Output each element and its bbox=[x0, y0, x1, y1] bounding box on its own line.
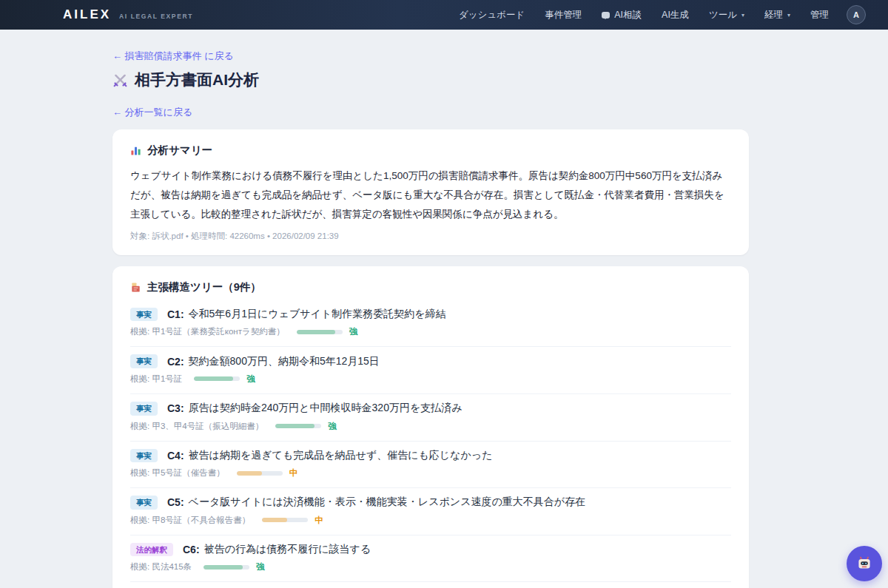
nav-item-label: AI相談 bbox=[614, 9, 642, 21]
tree-card-title-text: 主張構造ツリー（9件） bbox=[147, 280, 261, 294]
claim-evidence-text: 根拠: 甲1号証 bbox=[130, 374, 182, 385]
page-title: 相手方書面AI分析 bbox=[112, 70, 749, 90]
claim-list: 事実 C1: 令和5年6月1日にウェブサイト制作業務委託契約を締結 根拠: 甲1… bbox=[130, 300, 731, 588]
nav-menu: ダッシュボード 事件管理 AI相談 AI生成 bbox=[459, 9, 829, 21]
strength-label: 強 bbox=[256, 561, 265, 572]
claim-evidence-text: 根拠: 甲1号証（業務委託контラ契約書） bbox=[130, 326, 285, 337]
claim-text: 被告は納期を過ぎても完成品を納品せず、催告にも応じなかった bbox=[189, 449, 493, 462]
strength-bar-fill bbox=[275, 424, 314, 428]
strength-bar bbox=[194, 376, 240, 381]
summary-meta: 対象: 訴状.pdf • 処理時間: 42260ms • 2026/02/09 … bbox=[130, 231, 731, 242]
nav-item-label: 経理 bbox=[764, 9, 783, 21]
nav-item[interactable]: 事件管理 bbox=[545, 9, 582, 21]
nav-item[interactable]: ツール ▾ bbox=[709, 9, 744, 21]
claim-item: 法的解釈 C6: 被告の行為は債務不履行に該当する 根拠: 民法415条 強 bbox=[130, 535, 731, 582]
brand: AILEX AI LEGAL EXPERT bbox=[63, 7, 193, 22]
strength-bar-fill bbox=[204, 565, 243, 570]
page-title-text: 相手方書面AI分析 bbox=[135, 70, 259, 90]
claim-type-badge: 事実 bbox=[130, 496, 158, 510]
summary-card-title: 分析サマリー bbox=[130, 143, 731, 158]
strength-label: 強 bbox=[349, 326, 358, 337]
claim-item: 事実 C1: 令和5年6月1日にウェブサイト制作業務委託契約を締結 根拠: 甲1… bbox=[130, 300, 731, 347]
claim-item: 事実 C5: ベータ版サイトには決済機能・表示・機能実装・レスポンス速度の重大不… bbox=[130, 487, 731, 535]
nav-item-label: 管理 bbox=[810, 9, 829, 21]
brand-logo[interactable]: AILEX bbox=[63, 7, 111, 22]
chat-bubble-icon bbox=[602, 12, 610, 18]
claim-text: 被告の行為は債務不履行に該当する bbox=[204, 543, 371, 556]
claim-head: 法的解釈 C6: 被告の行為は債務不履行に該当する bbox=[130, 543, 731, 557]
claim-type-badge: 事実 bbox=[130, 402, 158, 416]
claim-text: 原告は契約時金240万円と中間検収時金320万円を支払済み bbox=[189, 402, 462, 415]
claim-id: C3: bbox=[167, 402, 184, 414]
brand-tagline: AI LEGAL EXPERT bbox=[119, 13, 193, 20]
claim-evidence-row: 根拠: 甲8号証（不具合報告書） 中 bbox=[130, 515, 731, 526]
nav-item[interactable]: 管理 bbox=[810, 9, 829, 21]
claim-id: C6: bbox=[183, 544, 200, 555]
claim-evidence-text: 根拠: 甲5号証（催告書） bbox=[130, 467, 225, 479]
claim-type-badge: 事実 bbox=[130, 308, 158, 322]
nav-item-label: 事件管理 bbox=[545, 9, 582, 21]
avatar[interactable]: A bbox=[847, 5, 866, 24]
strength-bar-fill bbox=[262, 518, 287, 522]
strength-bar bbox=[297, 330, 343, 334]
robot-icon bbox=[855, 554, 874, 573]
claim-id: C5: bbox=[167, 496, 184, 508]
claim-id: C4: bbox=[167, 450, 184, 462]
strength-bar-fill bbox=[237, 471, 262, 476]
claim-type-badge: 事実 bbox=[130, 354, 158, 368]
summary-text: ウェブサイト制作業務における債務不履行を理由とした1,500万円の損害賠償請求事… bbox=[130, 166, 731, 224]
claim-evidence-text: 根拠: 民法415条 bbox=[130, 561, 192, 572]
chat-fab-button[interactable] bbox=[847, 546, 882, 581]
claim-evidence-row: 根拠: 民法415条 強 bbox=[130, 561, 731, 572]
claim-text: 令和5年6月1日にウェブサイト制作業務委託契約を締結 bbox=[189, 308, 446, 321]
strength-bar bbox=[262, 518, 308, 522]
claim-head: 事実 C5: ベータ版サイトには決済機能・表示・機能実装・レスポンス速度の重大不… bbox=[130, 496, 731, 510]
strength-label: 中 bbox=[289, 467, 298, 479]
strength-bar bbox=[237, 471, 283, 476]
nav-item[interactable]: AI生成 bbox=[662, 9, 689, 21]
chevron-down-icon: ▾ bbox=[787, 12, 790, 18]
summary-card-title-text: 分析サマリー bbox=[147, 143, 212, 158]
claim-evidence-row: 根拠: 甲3、甲4号証（振込明細書） 強 bbox=[130, 421, 731, 432]
nav-item-label: ダッシュボード bbox=[459, 9, 525, 21]
top-navbar: AILEX AI LEGAL EXPERT ダッシュボード 事件管理 AI相談 bbox=[0, 0, 888, 30]
claim-evidence-row: 根拠: 甲1号証（業務委託контラ契約書） 強 bbox=[130, 326, 731, 337]
claim-id: C2: bbox=[167, 356, 184, 368]
bar-chart-icon bbox=[130, 145, 141, 156]
main-content: ← 損害賠償請求事件 に戻る 相手方書面AI分析 ← 分析一覧に戻る 分析サ bbox=[112, 30, 749, 588]
chevron-down-icon: ▾ bbox=[741, 12, 744, 18]
tree-card-title: 主張構造ツリー（9件） bbox=[130, 280, 731, 294]
claim-item: 事実 C4: 被告は納期を過ぎても完成品を納品せず、催告にも応じなかった 根拠:… bbox=[130, 441, 731, 488]
crossed-swords-icon bbox=[112, 72, 128, 88]
claim-evidence-row: 根拠: 甲1号証 強 bbox=[130, 374, 731, 385]
claim-head: 事実 C4: 被告は納期を過ぎても完成品を納品せず、催告にも応じなかった bbox=[130, 449, 731, 463]
nav-item-label: ツール bbox=[709, 9, 737, 21]
strength-bar-fill bbox=[194, 376, 233, 381]
strength-bar bbox=[275, 424, 321, 428]
back-to-case-link[interactable]: ← 損害賠償請求事件 に戻る bbox=[112, 50, 234, 63]
claim-evidence-text: 根拠: 甲3、甲4号証（振込明細書） bbox=[130, 421, 263, 432]
claim-item: 事実 C2: 契約金額800万円、納期令和5年12月15日 根拠: 甲1号証 強 bbox=[130, 346, 731, 393]
claim-type-badge: 法的解釈 bbox=[130, 543, 173, 557]
claim-item: 事実 C7: 既払金560万円の損害が発生 根拠: 甲3、甲4号証 強 bbox=[130, 581, 731, 588]
claim-id: C1: bbox=[167, 308, 184, 320]
nav-item[interactable]: ダッシュボード bbox=[459, 9, 525, 21]
claim-tree-icon bbox=[130, 282, 141, 293]
nav-item[interactable]: AI相談 bbox=[602, 9, 642, 21]
claim-head: 事実 C3: 原告は契約時金240万円と中間検収時金320万円を支払済み bbox=[130, 402, 731, 416]
strength-label: 強 bbox=[246, 374, 255, 385]
strength-bar-fill bbox=[297, 330, 336, 334]
strength-label: 強 bbox=[328, 421, 337, 432]
strength-bar bbox=[204, 565, 249, 570]
claim-text: ベータ版サイトには決済機能・表示・機能実装・レスポンス速度の重大不具合が存在 bbox=[189, 496, 586, 509]
analysis-summary-card: 分析サマリー ウェブサイト制作業務における債務不履行を理由とした1,500万円の… bbox=[112, 129, 749, 255]
nav-item[interactable]: 経理 ▾ bbox=[764, 9, 790, 21]
claim-evidence-row: 根拠: 甲5号証（催告書） 中 bbox=[130, 467, 731, 479]
claim-evidence-text: 根拠: 甲8号証（不具合報告書） bbox=[130, 515, 250, 526]
back-to-list-link[interactable]: ← 分析一覧に戻る bbox=[112, 106, 192, 119]
claim-item: 事実 C3: 原告は契約時金240万円と中間検収時金320万円を支払済み 根拠:… bbox=[130, 393, 731, 441]
claim-tree-card: 主張構造ツリー（9件） 事実 C1: 令和5年6月1日にウェブサイト制作業務委託… bbox=[112, 266, 749, 588]
claim-text: 契約金額800万円、納期令和5年12月15日 bbox=[189, 355, 380, 368]
strength-label: 中 bbox=[314, 515, 323, 526]
claim-type-badge: 事実 bbox=[130, 449, 158, 463]
